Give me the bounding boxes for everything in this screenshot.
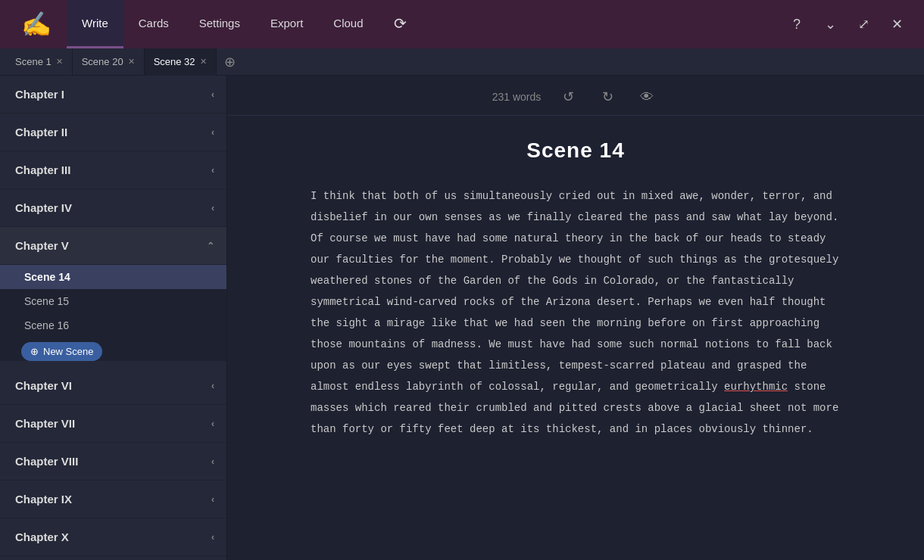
chapter-label-3: Chapter III (15, 163, 70, 176)
scene-item-15[interactable]: Scene 15 (0, 289, 226, 313)
undo-button[interactable]: ↺ (556, 85, 580, 109)
maximize-button[interactable]: ⤢ (848, 9, 879, 39)
new-scene-label: New Scene (43, 346, 93, 357)
plus-icon: ⊕ (30, 346, 39, 357)
tab-label: Scene 20 (82, 56, 123, 67)
chapter-row-9[interactable]: Chapter IX ‹ (0, 481, 226, 518)
nav-tab-export[interactable]: Export (255, 0, 318, 48)
chapter-row-3[interactable]: Chapter III ‹ (0, 151, 226, 189)
chapter-label-10: Chapter X (15, 530, 69, 543)
minimize-button[interactable]: ⌄ (815, 9, 845, 39)
tab-close-scene32[interactable]: ✕ (200, 57, 207, 67)
editor-toolbar: 231 words ↺ ↻ 👁 (227, 76, 924, 116)
sidebar: Chapter I ‹ Chapter II ‹ Chapter III ‹ C… (0, 76, 227, 560)
chevron-icon-4: ‹ (211, 203, 214, 213)
topbar-icons: ? ⌄ ⤢ ✕ (782, 9, 918, 39)
nav-tab-cloud-icon[interactable]: ⟳ (379, 0, 422, 48)
logo-icon: ✍ (21, 10, 52, 39)
new-scene-button[interactable]: ⊕ New Scene (21, 342, 102, 361)
chevron-icon-2: ‹ (211, 127, 214, 138)
chevron-icon-9: ‹ (211, 494, 214, 505)
editor-area[interactable]: 231 words ↺ ↻ 👁 Scene 14 I think that bo… (227, 76, 924, 560)
tab-close-scene1[interactable]: ✕ (56, 57, 63, 67)
chapter-row-6[interactable]: Chapter VI ‹ (0, 367, 226, 405)
cloud-sync-icon: ⟳ (394, 14, 407, 33)
chapter-row-1[interactable]: Chapter I ‹ (0, 76, 226, 114)
tab-label: Scene 1 (15, 56, 52, 67)
chapter-row-7[interactable]: Chapter VII ‹ (0, 405, 226, 443)
editor-content: Scene 14 I think that both of us simulta… (280, 116, 871, 470)
add-tab-button[interactable]: ⊕ (220, 51, 241, 73)
chapter-row-2[interactable]: Chapter II ‹ (0, 114, 226, 151)
tabbar: Scene 1 ✕ Scene 20 ✕ Scene 32 ✕ ⊕ (0, 48, 924, 76)
scene-item-14[interactable]: Scene 14 (0, 265, 226, 289)
editor-tab-scene32[interactable]: Scene 32 ✕ (145, 48, 217, 76)
chapter-label-2: Chapter II (15, 126, 67, 138)
preview-button[interactable]: 👁 (635, 85, 659, 109)
scene-item-16[interactable]: Scene 16 (0, 313, 226, 338)
body-paragraph: I think that both of us simultaneously c… (311, 185, 841, 440)
scene-title: Scene 14 (311, 138, 841, 163)
close-button[interactable]: ✕ (882, 9, 912, 39)
editor-tab-scene20[interactable]: Scene 20 ✕ (73, 48, 145, 76)
chapter-label-9: Chapter IX (15, 493, 72, 506)
chevron-icon-10: ‹ (211, 532, 214, 543)
chapter-label-7: Chapter VII (15, 417, 75, 430)
tab-close-scene20[interactable]: ✕ (128, 57, 135, 67)
nav-tab-cards[interactable]: Cards (123, 0, 184, 48)
scene-list-5: Scene 14 Scene 15 Scene 16 ⊕ New Scene (0, 265, 226, 361)
special-word: eurhythmic (724, 381, 788, 393)
chapter-label-4: Chapter IV (15, 201, 72, 214)
nav-tab-write[interactable]: Write (67, 0, 123, 48)
word-count: 231 words (492, 91, 542, 103)
chevron-icon-3: ‹ (211, 165, 214, 176)
help-button[interactable]: ? (782, 9, 812, 39)
nav-tabs: Write Cards Settings Export Cloud ⟳ (67, 0, 422, 48)
scene-body[interactable]: I think that both of us simultaneously c… (311, 185, 841, 440)
chevron-icon-5: ⌃ (207, 241, 214, 251)
chapter-row-5[interactable]: Chapter V ⌃ (0, 227, 226, 265)
nav-tab-cloud[interactable]: Cloud (318, 0, 378, 48)
chevron-icon-7: ‹ (211, 418, 214, 429)
chapter-label-5: Chapter V (15, 239, 69, 252)
topbar: ✍ Write Cards Settings Export Cloud ⟳ ? … (0, 0, 924, 48)
logo-area: ✍ (6, 10, 67, 39)
chapter-row-10[interactable]: Chapter X ‹ (0, 518, 226, 556)
chapter-row-4[interactable]: Chapter IV ‹ (0, 189, 226, 227)
main: Chapter I ‹ Chapter II ‹ Chapter III ‹ C… (0, 76, 924, 560)
tab-label: Scene 32 (154, 56, 195, 67)
chapter-label-1: Chapter I (15, 88, 64, 101)
nav-tab-settings[interactable]: Settings (184, 0, 255, 48)
chapter-label-8: Chapter VIII (15, 455, 78, 468)
chapter-label-6: Chapter VI (15, 379, 72, 392)
chevron-icon-1: ‹ (211, 89, 214, 100)
editor-tab-scene1[interactable]: Scene 1 ✕ (6, 48, 73, 76)
chevron-icon-6: ‹ (211, 381, 214, 391)
redo-button[interactable]: ↻ (595, 85, 620, 109)
chapter-row-8[interactable]: Chapter VIII ‹ (0, 443, 226, 481)
chevron-icon-8: ‹ (211, 456, 214, 467)
